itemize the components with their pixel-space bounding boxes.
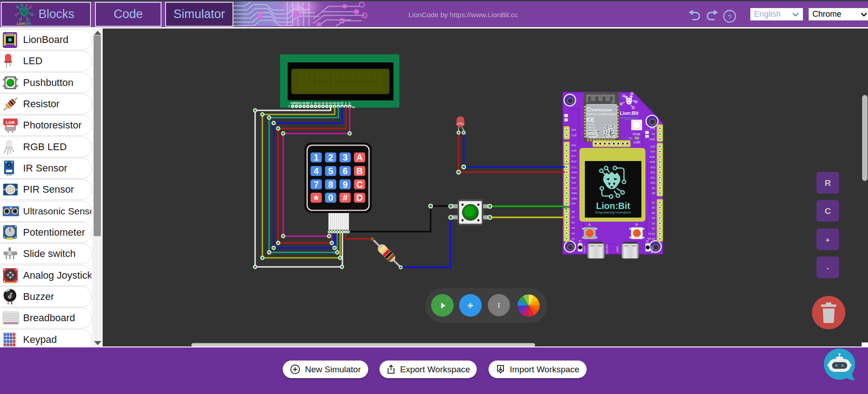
svg-text:D4: D4 — [329, 102, 332, 104]
svg-text:BUZ: BUZ — [572, 160, 577, 163]
svg-text:A4: A4 — [572, 232, 575, 235]
svg-text:?: ? — [728, 13, 732, 21]
svg-text:LCD: LCD — [572, 134, 577, 137]
svg-text:S3: S3 — [579, 240, 581, 242]
svg-text:A01: A01 — [572, 144, 576, 147]
svg-text:Empowering innovators: Empowering innovators — [620, 117, 638, 119]
svg-text:D7: D7 — [341, 102, 344, 104]
svg-text:ESPRESSIF: ESPRESSIF — [592, 108, 612, 112]
svg-text:D5: D5 — [652, 212, 655, 214]
svg-text:A2: A2 — [572, 221, 575, 224]
svg-text:D6: D6 — [337, 102, 340, 104]
svg-text:RGB: RGB — [633, 132, 640, 136]
svg-text:UART.: UART. — [616, 246, 619, 252]
svg-text:4: 4 — [313, 166, 319, 176]
svg-text:D5: D5 — [333, 102, 336, 104]
svg-text:D2: D2 — [322, 102, 325, 104]
svg-text:ANATEL LNB: ANATEL LNB — [588, 130, 599, 133]
svg-text:D16: D16 — [650, 127, 655, 130]
svg-text:Lion:Bit: Lion:Bit — [17, 21, 31, 25]
svg-text:GND: GND — [572, 171, 577, 174]
svg-text:GND: GND — [650, 138, 655, 141]
svg-text:D: D — [356, 193, 363, 203]
svg-text:VCC: VCC — [572, 166, 577, 169]
svg-text:D7: D7 — [652, 201, 655, 204]
svg-text:RW: RW — [306, 102, 310, 104]
svg-text:-: - — [826, 264, 829, 272]
svg-text:C: C — [825, 206, 831, 216]
svg-text:CMIIT ID:: CMIIT ID: — [587, 127, 596, 129]
svg-text:RX1: RX1 — [645, 138, 649, 140]
svg-text:RST: RST — [572, 176, 577, 179]
svg-text:FCC ID:: FCC ID: — [587, 123, 595, 126]
svg-text:Lion:Bit: Lion:Bit — [620, 110, 639, 116]
svg-text:D3: D3 — [325, 102, 328, 104]
svg-text:D0: D0 — [314, 102, 317, 104]
svg-text:D3: D3 — [652, 222, 655, 225]
svg-text:FLASH: FLASH — [583, 246, 586, 253]
svg-text:VCC: VCC — [572, 187, 577, 190]
svg-text:S2: S2 — [646, 240, 649, 242]
svg-text:A: A — [345, 102, 347, 104]
svg-text:RESET: RESET — [650, 246, 653, 253]
svg-text:7: 7 — [313, 180, 318, 190]
svg-text:#: # — [342, 193, 347, 203]
svg-text:A0: A0 — [572, 210, 575, 213]
svg-text:GND: GND — [572, 192, 577, 195]
svg-text:3: 3 — [342, 152, 347, 162]
svg-text:RX D0: RX D0 — [648, 237, 655, 240]
svg-text:USB.OTG: USB.OTG — [606, 244, 608, 254]
svg-text:VDD: VDD — [294, 102, 299, 104]
svg-text:Empowering innovators: Empowering innovators — [595, 210, 631, 214]
svg-text:5: 5 — [328, 166, 333, 176]
svg-text:ESP32-S3-WROOM-1: ESP32-S3-WROOM-1 — [587, 113, 617, 116]
svg-text:D11: D11 — [650, 176, 655, 179]
svg-text:GND: GND — [572, 197, 577, 200]
svg-text:D8: D8 — [652, 192, 655, 195]
svg-text:D13: D13 — [650, 166, 655, 169]
svg-text:B: B — [356, 166, 363, 176]
svg-text:LDR: LDR — [6, 120, 15, 125]
svg-text:LDR: LDR — [633, 140, 640, 144]
svg-text:D2: D2 — [652, 227, 655, 230]
svg-text:LDR: LDR — [624, 137, 628, 139]
svg-text:5V: 5V — [652, 133, 655, 135]
svg-text:D9: D9 — [652, 187, 655, 190]
svg-text:0: 0 — [328, 193, 333, 203]
svg-text:D12: D12 — [650, 171, 655, 174]
svg-text:*: * — [314, 193, 319, 207]
svg-text:B: B — [636, 223, 638, 227]
svg-text:LEDS: LEDS — [621, 122, 626, 124]
svg-text:A1: A1 — [572, 216, 575, 218]
svg-text:LDR: LDR — [572, 149, 577, 152]
svg-text:3V3: 3V3 — [572, 181, 576, 184]
svg-text:A: A — [588, 223, 591, 227]
svg-text:2: 2 — [328, 152, 333, 162]
svg-text:D14: D14 — [650, 150, 655, 153]
svg-text:A: A — [356, 152, 363, 162]
svg-text:16: 16 — [352, 106, 355, 109]
svg-text:VIN: VIN — [572, 202, 576, 205]
svg-text:D17: D17 — [572, 155, 576, 157]
svg-text:6: 6 — [342, 166, 347, 176]
svg-text:8: 8 — [328, 180, 333, 190]
svg-text:E1N8: E1N8 — [590, 136, 596, 139]
svg-text:TX1: TX1 — [645, 128, 649, 131]
svg-text:3V3: 3V3 — [572, 128, 576, 131]
svg-text:+: + — [825, 236, 830, 244]
svg-text:D6: D6 — [652, 206, 655, 209]
svg-text:A3: A3 — [572, 227, 575, 229]
svg-text:V0: V0 — [299, 102, 302, 104]
svg-text:GND: GND — [650, 156, 655, 158]
svg-text:TX D1: TX D1 — [648, 233, 655, 235]
svg-text:CE: CE — [587, 117, 595, 123]
svg-text:D4: D4 — [652, 217, 655, 219]
svg-text:D10: D10 — [650, 181, 655, 184]
svg-text:A5: A5 — [572, 237, 575, 240]
svg-text:C: C — [356, 180, 363, 190]
svg-text:GND: GND — [650, 161, 655, 163]
svg-text:RS: RS — [303, 102, 306, 104]
svg-text:R: R — [825, 178, 831, 188]
svg-text:D15: D15 — [650, 145, 655, 148]
svg-text:9: 9 — [342, 180, 347, 190]
